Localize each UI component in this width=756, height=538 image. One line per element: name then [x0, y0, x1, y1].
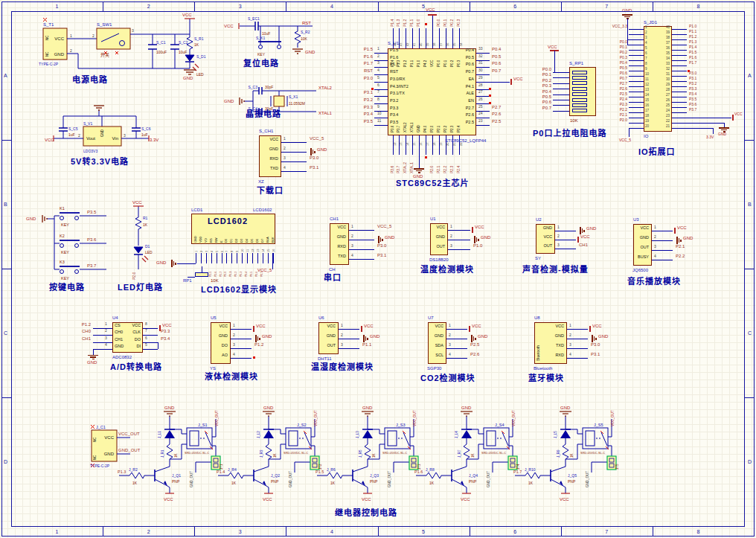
ldo-circuit[interactable]: S_V1 Vout Vin GND LDO3V3 2 3 S_C5 1uF S_… [45, 103, 156, 158]
relay-designator: J_S5 [594, 423, 603, 427]
temp-pin-name: OUT [432, 245, 445, 249]
io-pin-num: 25 [660, 104, 670, 108]
temp-pin-num: 3 [450, 244, 452, 248]
mcu-net: P3.3 [350, 105, 373, 109]
relay-net-gnd: GND [560, 406, 571, 410]
serial-net: GND [385, 235, 394, 240]
serial-pin-num: 2 [351, 234, 353, 238]
mcu-pin-name: EN [441, 99, 474, 103]
mcu-net: P0.2 [450, 10, 454, 27]
crystal-title: 晶振电路 [246, 109, 281, 118]
mcu-net-gnd-bottom: GND [413, 174, 423, 179]
io-net: P2.4 [601, 97, 627, 101]
key-circuit[interactable]: GND K1 KEY P3.5 K2 KEY P3.6 K3 KEY P3.7 [26, 205, 112, 283]
sheet-inner-border [11, 11, 12, 527]
relay-unit[interactable]: GND J_L2 J_R3 1K J_S2 SRD-05VDC-SL-C VCC… [217, 404, 321, 502]
io-pin-num: 18 [645, 115, 649, 118]
mcu-pin-name: P1.0 [417, 50, 421, 67]
mcu-net: P3.1 [350, 90, 373, 95]
crystal-circuit[interactable]: GND S_C3 30pF S_C4 30pF S_X1 11.0592M XT… [223, 83, 353, 118]
io-net-gnd: GND [718, 132, 726, 136]
relay-input-net: P1.5 [315, 470, 324, 474]
pullup-net: P0.6 [531, 100, 551, 104]
bluetooth-net: GND [598, 334, 608, 339]
power-circuit[interactable]: S_T1 VCC GND NC NC TYPE-C-2P 1 2 S_SW1 开… [30, 9, 223, 80]
lcd-pin-num: 9 [236, 246, 239, 252]
wire [672, 76, 687, 77]
led-circuit[interactable]: VCC R1 1K D1 LED P2.0 [125, 198, 170, 281]
lcd-pin-name: D4 [246, 226, 249, 243]
mcu-pin-num: 31 [478, 61, 483, 65]
wire [339, 348, 359, 349]
wire [217, 253, 217, 263]
download-designator: S_CH1 [259, 129, 273, 133]
net-xtal1: XTAL1 [318, 111, 333, 115]
zone-divider [745, 140, 755, 141]
gnd-icon [257, 336, 259, 341]
zone-divider [103, 526, 103, 536]
gnd-icon [595, 338, 597, 340]
net-vcc: VCC [45, 138, 54, 142]
adc-pin-num: 7 [145, 329, 147, 333]
liquid-title: 液体检测模块 [205, 372, 258, 381]
wire [374, 67, 388, 68]
mcu-pin-num: 33 [478, 47, 483, 51]
io-title: IO拓展口 [638, 147, 676, 156]
io-pin-num: 24 [660, 109, 670, 113]
wire [226, 253, 227, 263]
wire [672, 55, 687, 56]
wire [672, 60, 687, 61]
net-vcc: VCC [224, 24, 234, 28]
mcu-net: P3.5 [350, 119, 373, 124]
co2-pin-name: SCL [429, 353, 443, 358]
zone-divider [653, 526, 653, 536]
wire [349, 230, 374, 231]
mcu-pin-num: 42 [406, 39, 409, 46]
d1-designator: D1 [145, 244, 150, 249]
relay-unit[interactable]: GND J_L3 J_R5 1K J_S3 SRD-05VDC-SL-C VCC… [315, 404, 420, 502]
relay-base-res-designator: J_R2 [129, 467, 138, 472]
gnd-icon [679, 238, 680, 243]
wire [629, 112, 644, 113]
gnd-icon [680, 240, 682, 242]
wire [374, 60, 388, 61]
power-title: 电源电路 [72, 75, 108, 84]
mcu-pin-num: 8 [377, 97, 379, 101]
relay-unit[interactable]: GND J_L1 J_R1 1K J_S1 SRD-05VDC-SL-C VCC… [118, 404, 222, 502]
lcd-pin-name: BLA [266, 226, 269, 243]
mcu-pin-name: P3.1/TX [390, 92, 405, 96]
mcu-pin-name: P4.1 [441, 85, 474, 89]
relay-unit[interactable]: GND J_L5 J_R9 1K J_S5 SRD-05VDC-SL-C VCC… [513, 404, 618, 502]
bluetooth-net: VCC [592, 324, 602, 328]
mcu-net: P0.6 [492, 61, 501, 65]
wire [555, 231, 576, 231]
wire [629, 128, 644, 129]
zone-number-top: 5 [422, 4, 425, 9]
gnd-icon [382, 239, 383, 241]
mcu-pin-name: P1.2 [404, 50, 408, 67]
gnd-icon [478, 239, 479, 241]
mcu-pin-num: 15 [413, 138, 416, 146]
gnd-icon [475, 338, 476, 340]
vcc-icon [589, 326, 591, 332]
k3-net: P3.7 [87, 263, 97, 268]
wire [629, 45, 644, 45]
mcu-pin-name: P3.3 [390, 106, 398, 111]
wire [263, 253, 263, 263]
gnd-icon [676, 237, 678, 244]
gnd-icon [471, 335, 472, 342]
reset-circuit[interactable]: VCC S_EC1 10uF S_K1 KEY S_R2 10K RST GND [223, 15, 350, 58]
lcd-data-net: P2.6 [215, 266, 218, 277]
relay-unit[interactable]: GND J_L4 J_R7 1K J_S4 SRD-05VDC-SL-C VCC… [414, 404, 519, 502]
music-pin-num: 4 [654, 254, 656, 258]
zone-number-top: 3 [239, 4, 242, 9]
co2-pin-num: 2 [449, 333, 451, 337]
mcu-net: P2.5 [492, 119, 501, 124]
adc-pin-num: 8 [145, 322, 147, 326]
net-xtal2: XTAL2 [318, 86, 333, 90]
t1-pin-vcc: VCC [54, 36, 64, 41]
io-net: P0.7 [601, 77, 627, 80]
bluetooth-net: P3.1 [591, 352, 600, 356]
adc-pin-num: 5 [145, 343, 147, 347]
mcu-net: XTAL1 [410, 156, 414, 173]
